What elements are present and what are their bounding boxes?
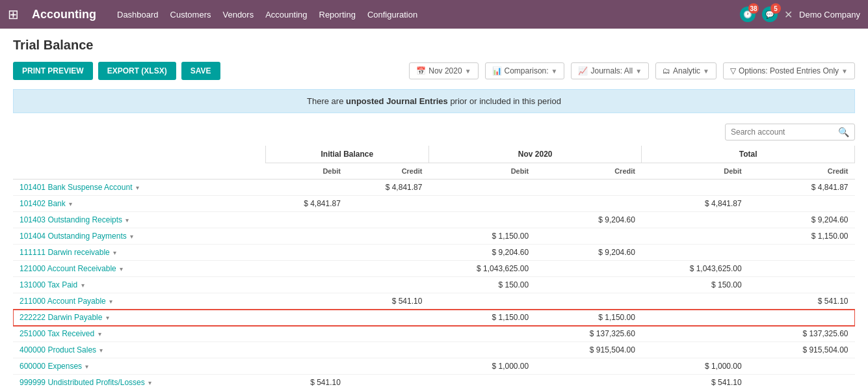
search-icon: 🔍 [838,127,849,137]
account-dropdown-arrow[interactable]: ▾ [69,200,72,207]
account-link[interactable]: 121000 Account Receivable [20,264,116,273]
nav-reporting[interactable]: Reporting [319,7,356,22]
nov2020-header: Nov 2020 [428,146,642,163]
comparison-button[interactable]: 📊 Comparison: ▼ [485,62,565,79]
account-link[interactable]: 111111 Darwin receivable [20,248,110,257]
init-credit-value [347,342,429,358]
account-name: 222222 Darwin Payable ▾ [13,310,265,326]
analytic-label: Analytic [673,66,700,75]
total-debit-value [642,228,748,245]
comparison-chevron-icon: ▼ [551,68,558,75]
account-name: 101404 Outstanding Payments ▾ [13,228,265,245]
account-dropdown-arrow[interactable]: ▾ [109,298,112,305]
nov-credit-value [535,375,642,388]
nov-debit-value [428,212,535,228]
table-row: 999999 Undistributed Profits/Losses ▾ $ … [13,375,855,388]
total-debit-value [642,310,748,326]
account-name: 251000 Tax Received ▾ [13,326,265,342]
close-icon[interactable]: ✕ [784,8,793,21]
table-row: 101401 Bank Suspense Account ▾ $ 4,841.8… [13,180,855,196]
account-link[interactable]: 101402 Bank [20,199,66,208]
nov-credit-value [535,180,642,196]
toolbar-right: 📅 Nov 2020 ▼ 📊 Comparison: ▼ 📈 Journals:… [409,62,855,79]
init-debit-value [265,293,347,310]
search-input[interactable] [731,127,838,137]
init-credit-value [347,196,429,212]
table-body: 101401 Bank Suspense Account ▾ $ 4,841.8… [13,180,855,388]
account-dropdown-arrow[interactable]: ▾ [120,265,123,273]
account-dropdown-arrow[interactable]: ▾ [113,249,116,256]
account-dropdown-arrow[interactable]: ▾ [85,363,88,370]
chat-button[interactable]: 💬 5 [762,7,778,22]
nav-configuration[interactable]: Configuration [367,7,417,22]
nav-dashboard[interactable]: Dashboard [117,7,159,22]
table-row: 131000 Tax Paid ▾ $ 150.00 $ 150.00 [13,277,855,293]
total-credit-value [748,358,855,375]
calendar-icon: 📅 [416,66,426,75]
total-debit-value: $ 1,000.00 [642,358,748,375]
nov-debit-value: $ 150.00 [428,277,535,293]
init-credit-value [347,228,429,245]
table-row: 101403 Outstanding Receipts ▾ $ 9,204.60… [13,212,855,228]
account-link[interactable]: 101403 Outstanding Receipts [20,215,122,224]
options-button[interactable]: ▽ Options: Posted Entries Only ▼ [723,62,855,79]
search-container: 🔍 [13,124,855,140]
account-name: 600000 Expenses ▾ [13,358,265,375]
account-dropdown-arrow[interactable]: ▾ [148,379,151,386]
search-box: 🔍 [725,124,855,140]
account-link[interactable]: 222222 Darwin Payable [20,313,102,322]
account-link[interactable]: 999999 Undistributed Profits/Losses [20,378,145,387]
account-dropdown-arrow[interactable]: ▾ [98,330,101,338]
toolbar: PRINT PREVIEW EXPORT (XLSX) SAVE 📅 Nov 2… [13,62,855,80]
account-name: 101402 Bank ▾ [13,196,265,212]
init-debit-value: $ 4,841.87 [265,196,347,212]
total-debit-value: $ 541.10 [642,375,748,388]
comparison-label: Comparison: [505,66,549,75]
total-credit-value [748,261,855,277]
init-debit-value [265,261,347,277]
init-debit-value: $ 541.10 [265,375,347,388]
account-link[interactable]: 101401 Bank Suspense Account [20,183,132,192]
account-link[interactable]: 101404 Outstanding Payments [20,232,127,241]
info-text-after: prior or included in this period [448,96,561,106]
bell-button[interactable]: 🕐 38 [740,7,756,22]
app-grid-icon[interactable]: ⊞ [8,7,19,22]
nov-debit-value [428,375,535,388]
nav-vendors[interactable]: Vendors [222,7,254,22]
account-dropdown-arrow[interactable]: ▾ [81,282,85,289]
date-filter-button[interactable]: 📅 Nov 2020 ▼ [409,62,478,79]
print-preview-button[interactable]: PRINT PREVIEW [13,62,93,80]
account-dropdown-arrow[interactable]: ▾ [106,314,109,321]
chart-icon: 📊 [492,66,502,75]
account-dropdown-arrow[interactable]: ▾ [125,217,129,224]
account-dropdown-arrow[interactable]: ▾ [130,233,133,240]
date-filter-label: Nov 2020 [428,66,462,75]
table-row: 222222 Darwin Payable ▾ $ 1,150.00 $ 1,1… [13,310,855,326]
account-dropdown-arrow[interactable]: ▾ [136,184,139,191]
total-credit-value [748,196,855,212]
total-debit-value: $ 4,841.87 [642,196,748,212]
export-xlsx-button[interactable]: EXPORT (XLSX) [98,62,176,80]
nav-accounting[interactable]: Accounting [265,7,307,22]
account-link[interactable]: 211000 Account Payable [20,297,106,306]
initial-balance-header: Initial Balance [265,146,428,163]
nav-customers[interactable]: Customers [170,7,211,22]
account-name: 101401 Bank Suspense Account ▾ [13,180,265,196]
table-row: 121000 Account Receivable ▾ $ 1,043,625.… [13,261,855,277]
account-link[interactable]: 131000 Tax Paid [20,280,77,289]
table-row: 211000 Account Payable ▾ $ 541.10 $ 541.… [13,293,855,310]
nov-debit-value: $ 1,150.00 [428,310,535,326]
account-dropdown-arrow[interactable]: ▾ [99,347,103,354]
col-group-header-row: Initial Balance Nov 2020 Total [13,146,855,163]
account-link[interactable]: 600000 Expenses [20,362,82,371]
date-chevron-icon: ▼ [465,68,471,75]
app-title: Accounting [32,8,96,21]
journals-button[interactable]: 📈 Journals: All ▼ [571,62,649,79]
total-debit-value: $ 1,043,625.00 [642,261,748,277]
save-button[interactable]: SAVE [181,62,220,80]
account-link[interactable]: 251000 Tax Received [20,329,94,338]
account-link[interactable]: 400000 Product Sales [20,345,96,354]
nov-credit-value: $ 137,325.60 [535,326,642,342]
nov-credit-value: $ 915,504.00 [535,342,642,358]
analytic-button[interactable]: 🗂 Analytic ▼ [655,62,717,79]
